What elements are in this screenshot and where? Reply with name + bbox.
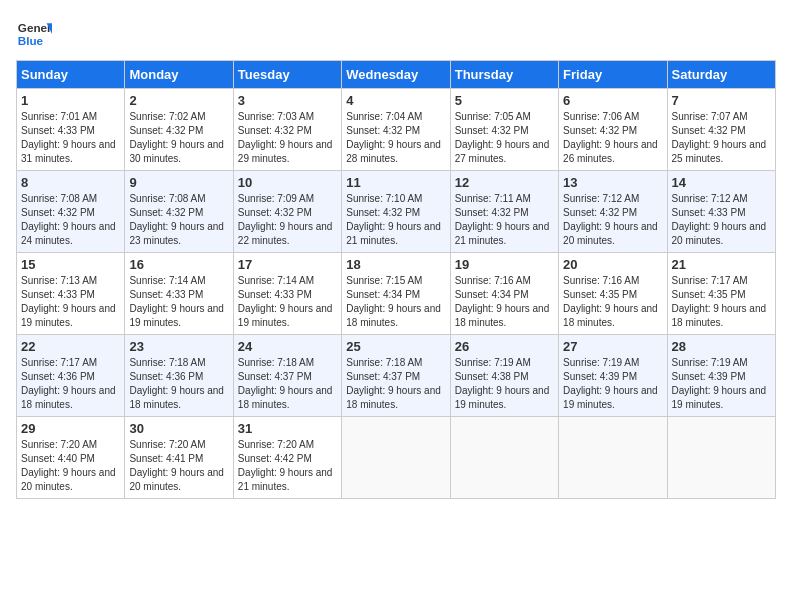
calendar-week-4: 22Sunrise: 7:17 AMSunset: 4:36 PMDayligh…: [17, 335, 776, 417]
weekday-header-monday: Monday: [125, 61, 233, 89]
calendar-week-5: 29Sunrise: 7:20 AMSunset: 4:40 PMDayligh…: [17, 417, 776, 499]
day-info: Sunrise: 7:10 AMSunset: 4:32 PMDaylight:…: [346, 192, 445, 248]
calendar-cell: 16Sunrise: 7:14 AMSunset: 4:33 PMDayligh…: [125, 253, 233, 335]
day-info: Sunrise: 7:02 AMSunset: 4:32 PMDaylight:…: [129, 110, 228, 166]
day-number: 5: [455, 93, 554, 108]
day-info: Sunrise: 7:19 AMSunset: 4:38 PMDaylight:…: [455, 356, 554, 412]
day-info: Sunrise: 7:09 AMSunset: 4:32 PMDaylight:…: [238, 192, 337, 248]
day-number: 8: [21, 175, 120, 190]
day-info: Sunrise: 7:17 AMSunset: 4:36 PMDaylight:…: [21, 356, 120, 412]
calendar-cell: 23Sunrise: 7:18 AMSunset: 4:36 PMDayligh…: [125, 335, 233, 417]
calendar-cell: 29Sunrise: 7:20 AMSunset: 4:40 PMDayligh…: [17, 417, 125, 499]
day-number: 10: [238, 175, 337, 190]
weekday-header-thursday: Thursday: [450, 61, 558, 89]
calendar-cell: 24Sunrise: 7:18 AMSunset: 4:37 PMDayligh…: [233, 335, 341, 417]
calendar-cell: 12Sunrise: 7:11 AMSunset: 4:32 PMDayligh…: [450, 171, 558, 253]
calendar-cell: 21Sunrise: 7:17 AMSunset: 4:35 PMDayligh…: [667, 253, 775, 335]
day-number: 31: [238, 421, 337, 436]
day-number: 2: [129, 93, 228, 108]
weekday-header-tuesday: Tuesday: [233, 61, 341, 89]
day-info: Sunrise: 7:17 AMSunset: 4:35 PMDaylight:…: [672, 274, 771, 330]
day-info: Sunrise: 7:08 AMSunset: 4:32 PMDaylight:…: [129, 192, 228, 248]
day-info: Sunrise: 7:16 AMSunset: 4:35 PMDaylight:…: [563, 274, 662, 330]
day-info: Sunrise: 7:18 AMSunset: 4:36 PMDaylight:…: [129, 356, 228, 412]
calendar-cell: 10Sunrise: 7:09 AMSunset: 4:32 PMDayligh…: [233, 171, 341, 253]
day-number: 9: [129, 175, 228, 190]
weekday-header-sunday: Sunday: [17, 61, 125, 89]
day-number: 18: [346, 257, 445, 272]
calendar-cell: 6Sunrise: 7:06 AMSunset: 4:32 PMDaylight…: [559, 89, 667, 171]
calendar-cell: 27Sunrise: 7:19 AMSunset: 4:39 PMDayligh…: [559, 335, 667, 417]
day-info: Sunrise: 7:08 AMSunset: 4:32 PMDaylight:…: [21, 192, 120, 248]
calendar-cell: 11Sunrise: 7:10 AMSunset: 4:32 PMDayligh…: [342, 171, 450, 253]
calendar-cell: 22Sunrise: 7:17 AMSunset: 4:36 PMDayligh…: [17, 335, 125, 417]
day-number: 4: [346, 93, 445, 108]
day-info: Sunrise: 7:20 AMSunset: 4:42 PMDaylight:…: [238, 438, 337, 494]
calendar-cell: 26Sunrise: 7:19 AMSunset: 4:38 PMDayligh…: [450, 335, 558, 417]
day-number: 25: [346, 339, 445, 354]
calendar-cell: 1Sunrise: 7:01 AMSunset: 4:33 PMDaylight…: [17, 89, 125, 171]
day-number: 16: [129, 257, 228, 272]
day-info: Sunrise: 7:03 AMSunset: 4:32 PMDaylight:…: [238, 110, 337, 166]
calendar-cell: [342, 417, 450, 499]
calendar-table: SundayMondayTuesdayWednesdayThursdayFrid…: [16, 60, 776, 499]
calendar-cell: 17Sunrise: 7:14 AMSunset: 4:33 PMDayligh…: [233, 253, 341, 335]
calendar-cell: 20Sunrise: 7:16 AMSunset: 4:35 PMDayligh…: [559, 253, 667, 335]
calendar-cell: 3Sunrise: 7:03 AMSunset: 4:32 PMDaylight…: [233, 89, 341, 171]
day-number: 6: [563, 93, 662, 108]
day-info: Sunrise: 7:20 AMSunset: 4:41 PMDaylight:…: [129, 438, 228, 494]
svg-text:General: General: [18, 21, 52, 34]
calendar-cell: 9Sunrise: 7:08 AMSunset: 4:32 PMDaylight…: [125, 171, 233, 253]
day-info: Sunrise: 7:14 AMSunset: 4:33 PMDaylight:…: [238, 274, 337, 330]
day-info: Sunrise: 7:12 AMSunset: 4:32 PMDaylight:…: [563, 192, 662, 248]
day-number: 22: [21, 339, 120, 354]
weekday-header-friday: Friday: [559, 61, 667, 89]
calendar-cell: [667, 417, 775, 499]
day-number: 23: [129, 339, 228, 354]
day-number: 20: [563, 257, 662, 272]
day-number: 14: [672, 175, 771, 190]
calendar-cell: 19Sunrise: 7:16 AMSunset: 4:34 PMDayligh…: [450, 253, 558, 335]
calendar-cell: 25Sunrise: 7:18 AMSunset: 4:37 PMDayligh…: [342, 335, 450, 417]
logo-icon: General Blue: [16, 16, 52, 52]
weekday-header-row: SundayMondayTuesdayWednesdayThursdayFrid…: [17, 61, 776, 89]
calendar-cell: 31Sunrise: 7:20 AMSunset: 4:42 PMDayligh…: [233, 417, 341, 499]
day-info: Sunrise: 7:19 AMSunset: 4:39 PMDaylight:…: [672, 356, 771, 412]
day-number: 11: [346, 175, 445, 190]
day-info: Sunrise: 7:07 AMSunset: 4:32 PMDaylight:…: [672, 110, 771, 166]
day-number: 26: [455, 339, 554, 354]
day-info: Sunrise: 7:14 AMSunset: 4:33 PMDaylight:…: [129, 274, 228, 330]
day-info: Sunrise: 7:16 AMSunset: 4:34 PMDaylight:…: [455, 274, 554, 330]
day-info: Sunrise: 7:18 AMSunset: 4:37 PMDaylight:…: [238, 356, 337, 412]
day-info: Sunrise: 7:01 AMSunset: 4:33 PMDaylight:…: [21, 110, 120, 166]
calendar-cell: 5Sunrise: 7:05 AMSunset: 4:32 PMDaylight…: [450, 89, 558, 171]
calendar-week-1: 1Sunrise: 7:01 AMSunset: 4:33 PMDaylight…: [17, 89, 776, 171]
day-number: 19: [455, 257, 554, 272]
calendar-week-3: 15Sunrise: 7:13 AMSunset: 4:33 PMDayligh…: [17, 253, 776, 335]
day-number: 12: [455, 175, 554, 190]
day-number: 21: [672, 257, 771, 272]
calendar-cell: 30Sunrise: 7:20 AMSunset: 4:41 PMDayligh…: [125, 417, 233, 499]
day-number: 3: [238, 93, 337, 108]
calendar-cell: 28Sunrise: 7:19 AMSunset: 4:39 PMDayligh…: [667, 335, 775, 417]
weekday-header-wednesday: Wednesday: [342, 61, 450, 89]
weekday-header-saturday: Saturday: [667, 61, 775, 89]
day-number: 24: [238, 339, 337, 354]
day-number: 15: [21, 257, 120, 272]
day-info: Sunrise: 7:20 AMSunset: 4:40 PMDaylight:…: [21, 438, 120, 494]
calendar-cell: [450, 417, 558, 499]
day-info: Sunrise: 7:19 AMSunset: 4:39 PMDaylight:…: [563, 356, 662, 412]
day-number: 7: [672, 93, 771, 108]
day-number: 29: [21, 421, 120, 436]
logo: General Blue: [16, 16, 52, 52]
day-info: Sunrise: 7:11 AMSunset: 4:32 PMDaylight:…: [455, 192, 554, 248]
calendar-cell: 4Sunrise: 7:04 AMSunset: 4:32 PMDaylight…: [342, 89, 450, 171]
day-info: Sunrise: 7:04 AMSunset: 4:32 PMDaylight:…: [346, 110, 445, 166]
calendar-cell: 7Sunrise: 7:07 AMSunset: 4:32 PMDaylight…: [667, 89, 775, 171]
day-number: 27: [563, 339, 662, 354]
day-number: 28: [672, 339, 771, 354]
calendar-cell: 18Sunrise: 7:15 AMSunset: 4:34 PMDayligh…: [342, 253, 450, 335]
calendar-week-2: 8Sunrise: 7:08 AMSunset: 4:32 PMDaylight…: [17, 171, 776, 253]
calendar-cell: 8Sunrise: 7:08 AMSunset: 4:32 PMDaylight…: [17, 171, 125, 253]
day-number: 30: [129, 421, 228, 436]
